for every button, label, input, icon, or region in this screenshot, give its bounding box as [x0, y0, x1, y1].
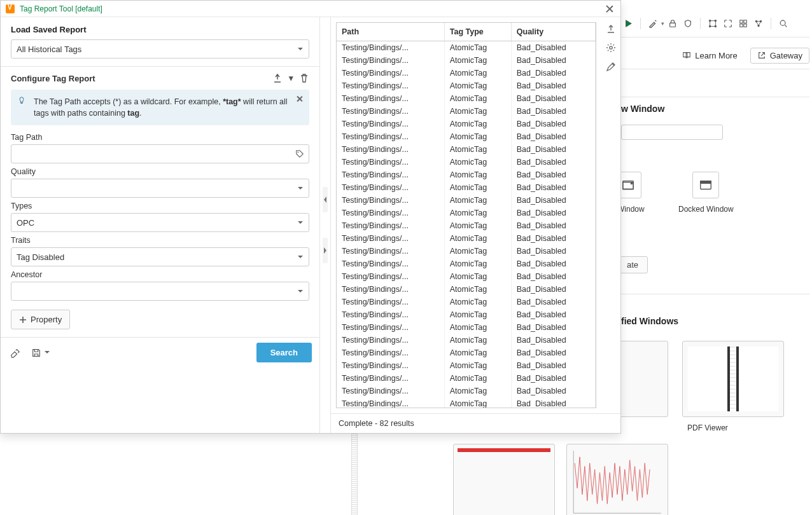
cell-quality: Bad_Disabled	[511, 41, 595, 55]
table-row[interactable]: Testing/Bindings/...AtomicTagBad_Disable…	[337, 79, 596, 92]
table-row[interactable]: Testing/Bindings/...AtomicTagBad_Disable…	[337, 156, 596, 168]
table-row[interactable]: Testing/Bindings/...AtomicTagBad_Disable…	[337, 232, 596, 245]
wand-icon[interactable]	[646, 17, 660, 31]
thumb-pdf[interactable]	[682, 341, 784, 417]
table-row[interactable]: Testing/Bindings/...AtomicTagBad_Disable…	[337, 168, 596, 181]
learn-more-link[interactable]: Learn More	[676, 48, 743, 63]
play-button[interactable]	[621, 17, 635, 31]
grid-icon[interactable]	[736, 17, 750, 31]
table-row[interactable]: Testing/Bindings/...AtomicTagBad_Disable…	[337, 334, 596, 347]
table-row[interactable]: Testing/Bindings/...AtomicTagBad_Disable…	[337, 194, 596, 207]
table-row[interactable]: Testing/Bindings/...AtomicTagBad_Disable…	[337, 270, 596, 283]
types-label: Types	[11, 202, 309, 210]
ancestor-select[interactable]	[11, 282, 309, 301]
config-panel: Load Saved Report All Historical Tags Co…	[1, 17, 320, 433]
trash-icon[interactable]	[299, 73, 309, 83]
export-icon[interactable]	[272, 73, 283, 83]
table-row[interactable]: Testing/Bindings/...AtomicTagBad_Disable…	[337, 372, 596, 385]
docked-window-tile[interactable]	[692, 172, 719, 198]
settings-icon[interactable]	[606, 43, 616, 53]
tip-close-icon[interactable]	[295, 95, 304, 104]
thumb-table[interactable]	[453, 444, 555, 515]
export-dropdown-caret[interactable]: ▾	[289, 73, 293, 83]
expand-icon[interactable]	[721, 17, 735, 31]
zoom-icon[interactable]	[776, 17, 790, 31]
table-row[interactable]: Testing/Bindings/...AtomicTagBad_Disable…	[337, 219, 596, 232]
cell-quality: Bad_Disabled	[511, 79, 595, 92]
edit-icon[interactable]	[606, 62, 616, 72]
cell-path: Testing/Bindings/...	[337, 130, 444, 143]
splitter[interactable]	[320, 17, 330, 433]
table-row[interactable]: Testing/Bindings/...AtomicTagBad_Disable…	[337, 359, 596, 372]
table-row[interactable]: Testing/Bindings/...AtomicTagBad_Disable…	[337, 283, 596, 296]
table-row[interactable]: Testing/Bindings/...AtomicTagBad_Disable…	[337, 321, 596, 334]
table-row[interactable]: Testing/Bindings/...AtomicTagBad_Disable…	[337, 385, 596, 397]
bg-splitter[interactable]	[351, 434, 358, 515]
svg-rect-7	[740, 24, 743, 27]
shield-icon[interactable]	[681, 17, 695, 31]
cell-quality: Bad_Disabled	[511, 118, 595, 130]
table-row[interactable]: Testing/Bindings/...AtomicTagBad_Disable…	[337, 308, 596, 321]
cell-type: AtomicTag	[444, 321, 511, 334]
svg-rect-0	[670, 23, 676, 27]
thumb-chart[interactable]	[566, 444, 668, 515]
cell-path: Testing/Bindings/...	[337, 219, 444, 232]
traits-select[interactable]: Tag Disabled	[11, 247, 309, 266]
graph-icon[interactable]	[752, 17, 766, 31]
close-icon[interactable]	[604, 3, 615, 15]
table-row[interactable]: Testing/Bindings/...AtomicTagBad_Disable…	[337, 207, 596, 219]
cell-quality: Bad_Disabled	[511, 397, 595, 408]
table-row[interactable]: Testing/Bindings/...AtomicTagBad_Disable…	[337, 105, 596, 118]
col-quality[interactable]: Quality	[511, 23, 595, 41]
table-row[interactable]: Testing/Bindings/...AtomicTagBad_Disable…	[337, 118, 596, 130]
create-button[interactable]: ate	[617, 256, 648, 273]
collapse-left-icon[interactable]	[323, 187, 328, 212]
collapse-right-icon[interactable]	[323, 238, 328, 263]
clear-button[interactable]	[8, 347, 21, 359]
cell-path: Testing/Bindings/...	[337, 334, 444, 347]
tag-icon[interactable]	[295, 149, 304, 158]
cell-path: Testing/Bindings/...	[337, 54, 444, 67]
search-button[interactable]: Search	[256, 343, 312, 362]
col-path[interactable]: Path	[337, 23, 444, 41]
gateway-link[interactable]: Gateway	[750, 48, 809, 64]
table-row[interactable]: Testing/Bindings/...AtomicTagBad_Disable…	[337, 54, 596, 67]
types-select[interactable]: OPC	[11, 213, 309, 232]
load-saved-select[interactable]: All Historical Tags	[11, 39, 309, 58]
cell-type: AtomicTag	[444, 207, 511, 219]
save-dropdown-caret[interactable]	[45, 351, 50, 356]
cell-type: AtomicTag	[444, 118, 511, 130]
cell-type: AtomicTag	[444, 194, 511, 207]
results-table-scroll[interactable]: Path Tag Type Quality Testing/Bindings/.…	[336, 22, 596, 408]
table-row[interactable]: Testing/Bindings/...AtomicTagBad_Disable…	[337, 397, 596, 408]
table-row[interactable]: Testing/Bindings/...AtomicTagBad_Disable…	[337, 296, 596, 308]
table-row[interactable]: Testing/Bindings/...AtomicTagBad_Disable…	[337, 143, 596, 156]
results-side-toolbar	[601, 17, 620, 413]
tag-path-input[interactable]	[11, 144, 309, 163]
export-results-icon[interactable]	[606, 24, 616, 34]
table-row[interactable]: Testing/Bindings/...AtomicTagBad_Disable…	[337, 245, 596, 258]
table-row[interactable]: Testing/Bindings/...AtomicTagBad_Disable…	[337, 130, 596, 143]
align-node-icon[interactable]	[706, 17, 720, 31]
table-row[interactable]: Testing/Bindings/...AtomicTagBad_Disable…	[337, 92, 596, 105]
save-button[interactable]	[30, 347, 43, 359]
cell-type: AtomicTag	[444, 245, 511, 258]
lock-icon[interactable]	[666, 17, 680, 31]
table-row[interactable]: Testing/Bindings/...AtomicTagBad_Disable…	[337, 67, 596, 79]
dialog-titlebar[interactable]: Tag Report Tool [default]	[1, 1, 620, 17]
table-row[interactable]: Testing/Bindings/...AtomicTagBad_Disable…	[337, 347, 596, 359]
cell-quality: Bad_Disabled	[511, 181, 595, 194]
table-row[interactable]: Testing/Bindings/...AtomicTagBad_Disable…	[337, 258, 596, 270]
learn-more-label: Learn More	[695, 51, 737, 60]
plus-icon	[19, 316, 27, 324]
add-property-button[interactable]: Property	[11, 310, 70, 329]
quality-select[interactable]	[11, 179, 309, 198]
cell-quality: Bad_Disabled	[511, 308, 595, 321]
cell-path: Testing/Bindings/...	[337, 67, 444, 79]
table-row[interactable]: Testing/Bindings/...AtomicTagBad_Disable…	[337, 41, 596, 55]
cell-type: AtomicTag	[444, 308, 511, 321]
table-row[interactable]: Testing/Bindings/...AtomicTagBad_Disable…	[337, 181, 596, 194]
col-tag-type[interactable]: Tag Type	[444, 23, 511, 41]
bg-window-name-input[interactable]	[621, 125, 723, 140]
results-panel: Path Tag Type Quality Testing/Bindings/.…	[330, 17, 620, 433]
